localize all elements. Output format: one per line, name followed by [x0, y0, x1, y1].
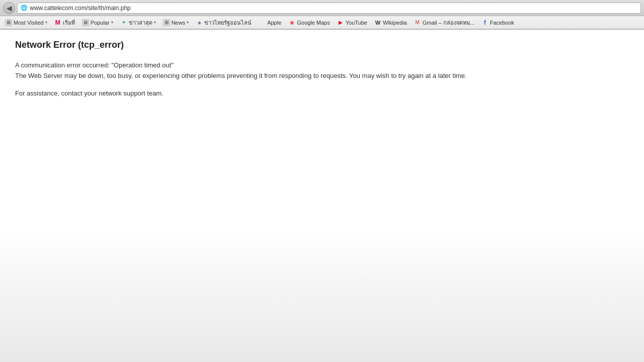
- popular-arrow: ▾: [111, 20, 113, 25]
- bookmark-wikipedia[interactable]: W Wikipedia: [371, 18, 410, 27]
- bookmark-apple-label: Apple: [267, 20, 281, 26]
- news-th-icon: ✦: [120, 19, 127, 26]
- error-line1: A communication error occurred: "Operati…: [15, 61, 174, 69]
- most-visited-arrow: ▾: [45, 20, 47, 25]
- bookmark-news-th[interactable]: ✦ ข่าวล่าสุด ▾: [117, 17, 159, 28]
- mthai-icon: M: [54, 19, 61, 26]
- address-bar[interactable]: 🌐 www.cattelecom.com/site/th/main.php: [17, 3, 641, 14]
- back-button[interactable]: ◀: [3, 2, 15, 14]
- news-icon: ⊞: [163, 19, 170, 26]
- bookmark-mthai[interactable]: M เริ่มที่: [51, 17, 78, 28]
- bookmark-most-visited[interactable]: ⊞ Most Visited ▾: [2, 18, 50, 27]
- bookmark-most-visited-label: Most Visited: [14, 20, 44, 26]
- bookmark-mthai-label: เริ่มที่: [63, 18, 75, 27]
- bookmark-facebook-label: Facebook: [490, 20, 514, 26]
- bookmark-popular-label: Popular: [91, 20, 110, 26]
- bookmark-thainews[interactable]: ◈ ข่าวไทยรัฐออนไลน์: [193, 17, 255, 28]
- bookmark-youtube-label: YouTube: [346, 20, 367, 26]
- news-th-arrow: ▾: [154, 20, 156, 25]
- back-icon: ◀: [7, 4, 12, 12]
- error-assistance: For assistance, contact your network sup…: [15, 89, 629, 97]
- bookmarks-bar: ⊞ Most Visited ▾ M เริ่มที่ ⊞ Popular ▾ …: [0, 16, 644, 29]
- apple-icon: [259, 19, 266, 26]
- error-title: Network Error (tcp_error): [15, 40, 629, 50]
- most-visited-icon: ⊞: [5, 19, 12, 26]
- facebook-icon: f: [481, 19, 489, 26]
- url-icon: 🌐: [21, 5, 28, 11]
- url-text: www.cattelecom.com/site/th/main.php: [30, 5, 131, 12]
- bookmark-news[interactable]: ⊞ News ▾: [160, 18, 192, 27]
- news-arrow: ▾: [187, 20, 189, 25]
- bookmark-news-label: News: [172, 20, 186, 26]
- bookmark-gmail-label: Gmail – กล่องจดหม...: [423, 18, 474, 27]
- thainews-icon: ◈: [196, 19, 203, 26]
- bookmark-gmail[interactable]: M Gmail – กล่องจดหม...: [411, 17, 477, 28]
- googlemaps-icon: ◉: [288, 19, 295, 26]
- bookmark-wikipedia-label: Wikipedia: [383, 20, 407, 26]
- bookmark-popular[interactable]: ⊞ Popular ▾: [79, 18, 116, 27]
- bookmark-apple[interactable]: Apple: [256, 18, 284, 27]
- nav-bar: ◀ 🌐 www.cattelecom.com/site/th/main.php: [0, 0, 644, 16]
- error-body: A communication error occurred: "Operati…: [15, 60, 629, 81]
- gmail-icon: M: [414, 19, 421, 26]
- bookmark-news-th-label: ข่าวล่าสุด: [129, 18, 152, 27]
- bookmark-thainews-label: ข่าวไทยรัฐออนไลน์: [204, 18, 252, 27]
- wikipedia-icon: W: [374, 19, 381, 26]
- bookmark-youtube[interactable]: ▶ YouTube: [334, 18, 370, 27]
- bookmark-googlemaps[interactable]: ◉ Google Maps: [285, 18, 333, 27]
- popular-icon: ⊞: [82, 19, 89, 26]
- page-content: Network Error (tcp_error) A communicatio…: [0, 30, 644, 362]
- bookmark-googlemaps-label: Google Maps: [297, 20, 330, 26]
- youtube-icon: ▶: [337, 19, 344, 26]
- error-line2: The Web Server may be down, too busy, or…: [15, 72, 467, 79]
- bookmark-facebook[interactable]: f Facebook: [478, 18, 517, 27]
